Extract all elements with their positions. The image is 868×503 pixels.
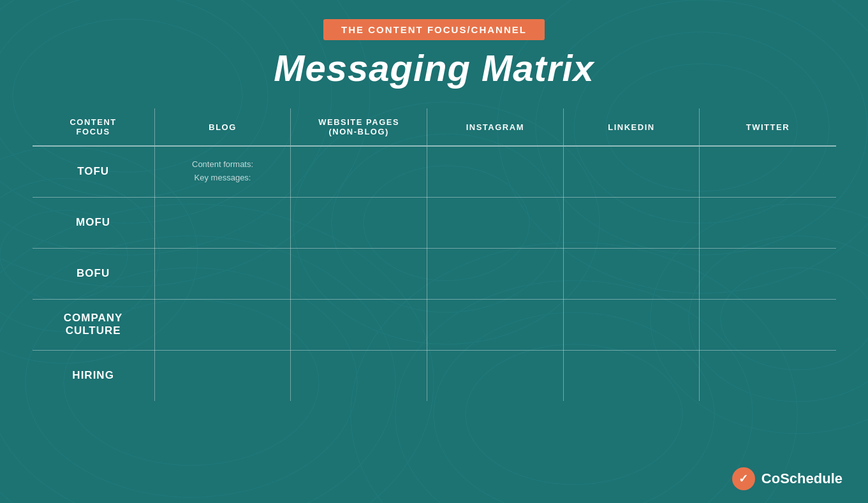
cell-tofu-instagram <box>427 146 564 197</box>
matrix-container: CONTENT FOCUS BLOG WEBSITE PAGES (NON-BL… <box>33 108 836 401</box>
col-header-website: WEBSITE PAGES (NON-BLOG) <box>291 108 427 146</box>
col-header-instagram: INSTAGRAM <box>427 108 564 146</box>
cell-culture-website <box>291 299 427 350</box>
cell-bofu-twitter <box>700 248 836 299</box>
cell-tofu-blog: Content formats: Key messages: <box>154 146 291 197</box>
main-title: Messaging Matrix <box>274 47 594 89</box>
cell-hiring-instagram <box>427 350 564 401</box>
coschedule-logo: ✓ CoSchedule <box>732 467 842 490</box>
page-wrapper: THE CONTENT FOCUS/CHANNEL Messaging Matr… <box>0 0 868 503</box>
cell-culture-linkedin <box>563 299 700 350</box>
row-label-bofu: BOFU <box>33 248 155 299</box>
cell-bofu-blog <box>154 248 291 299</box>
row-hiring: HIRING <box>33 350 836 401</box>
cell-hiring-linkedin <box>563 350 700 401</box>
row-tofu: TOFU Content formats: Key messages: <box>33 146 836 197</box>
cell-culture-instagram <box>427 299 564 350</box>
row-bofu: BOFU <box>33 248 836 299</box>
logo-checkmark: ✓ <box>739 472 748 486</box>
col-header-linkedin: LINKEDIN <box>563 108 700 146</box>
cell-bofu-website <box>291 248 427 299</box>
row-label-company-culture: COMPANY CULTURE <box>33 299 155 350</box>
cell-hiring-twitter <box>700 350 836 401</box>
cell-bofu-linkedin <box>563 248 700 299</box>
subtitle-badge: THE CONTENT FOCUS/CHANNEL <box>323 19 545 40</box>
cell-hiring-website <box>291 350 427 401</box>
cell-hiring-blog <box>154 350 291 401</box>
row-company-culture: COMPANY CULTURE <box>33 299 836 350</box>
cell-tofu-website <box>291 146 427 197</box>
col-header-twitter: TWITTER <box>700 108 836 146</box>
cell-mofu-website <box>291 197 427 248</box>
cell-bofu-instagram <box>427 248 564 299</box>
logo-name: CoSchedule <box>761 470 842 487</box>
cell-tofu-linkedin <box>563 146 700 197</box>
messaging-matrix-table: CONTENT FOCUS BLOG WEBSITE PAGES (NON-BL… <box>33 108 836 401</box>
row-mofu: MOFU <box>33 197 836 248</box>
header-section: THE CONTENT FOCUS/CHANNEL Messaging Matr… <box>274 19 594 89</box>
row-label-tofu: TOFU <box>33 146 155 197</box>
row-label-mofu: MOFU <box>33 197 155 248</box>
header-row: CONTENT FOCUS BLOG WEBSITE PAGES (NON-BL… <box>33 108 836 146</box>
cell-mofu-blog <box>154 197 291 248</box>
col-header-content-focus: CONTENT FOCUS <box>33 108 155 146</box>
logo-icon: ✓ <box>732 467 755 490</box>
col-header-blog: BLOG <box>154 108 291 146</box>
cell-culture-blog <box>154 299 291 350</box>
cell-mofu-twitter <box>700 197 836 248</box>
cell-mofu-linkedin <box>563 197 700 248</box>
row-label-hiring: HIRING <box>33 350 155 401</box>
cell-mofu-instagram <box>427 197 564 248</box>
cell-culture-twitter <box>700 299 836 350</box>
cell-tofu-twitter <box>700 146 836 197</box>
